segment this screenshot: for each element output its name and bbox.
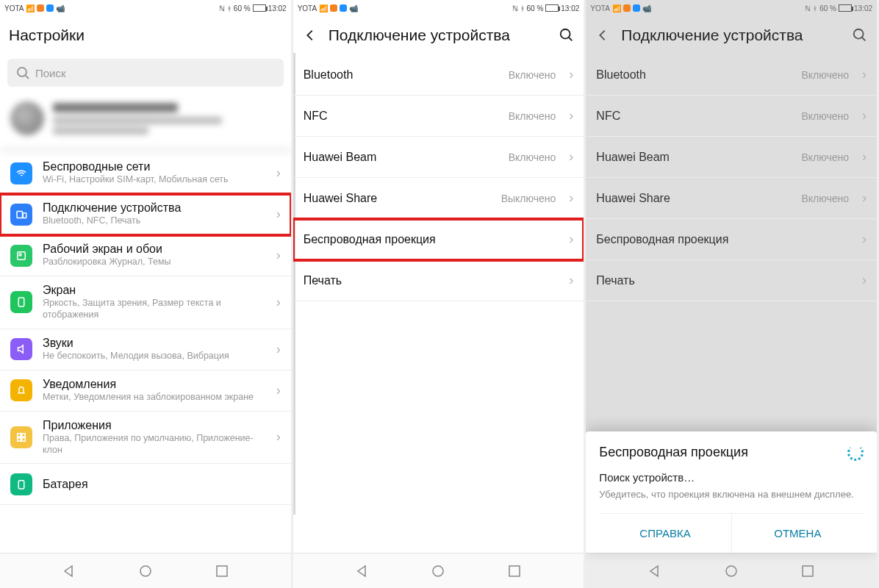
profile-row[interactable] xyxy=(0,94,291,153)
row-apps[interactable]: ПриложенияПрава, Приложения по умолчанию… xyxy=(0,412,291,465)
page-title: Подключение устройства xyxy=(621,26,842,44)
svg-rect-10 xyxy=(22,438,26,442)
item-sub: Метки, Уведомления на заблокированном эк… xyxy=(43,391,266,403)
page-title: Настройки xyxy=(9,26,282,44)
svg-rect-6 xyxy=(18,298,24,306)
row-print[interactable]: Печать › xyxy=(293,260,584,301)
item-label: Huawei Beam xyxy=(304,151,498,164)
item-sub: Bluetooth, NFC, Печать xyxy=(43,215,266,226)
clock: 13:02 xyxy=(268,4,287,12)
row-huawei-share[interactable]: Huawei Share Включено › xyxy=(586,178,877,219)
clock: 13:02 xyxy=(561,4,579,12)
row-nfc[interactable]: NFC Включено › xyxy=(293,96,584,137)
row-huawei-share[interactable]: Huawei Share Выключено › xyxy=(293,178,584,219)
item-sub: Разблокировка Журнал, Темы xyxy=(43,256,266,268)
row-huawei-beam[interactable]: Huawei Beam Включено › xyxy=(586,137,877,178)
devices-icon xyxy=(10,204,32,226)
status-bar: YOTA 📶 📹 ℕ ᚼ 60 % 13:02 xyxy=(293,0,584,16)
nav-back[interactable] xyxy=(355,564,370,578)
row-bluetooth[interactable]: Bluetooth Включено › xyxy=(293,54,584,96)
row-notifications[interactable]: УведомленияМетки, Уведомления на заблоки… xyxy=(0,370,291,412)
back-icon[interactable] xyxy=(302,27,318,43)
help-button[interactable]: СПРАВКА xyxy=(599,514,731,553)
row-wireless[interactable]: Беспроводные сетиWi-Fi, Настройки SIM-ка… xyxy=(0,153,291,194)
profile-text xyxy=(53,103,222,135)
row-battery[interactable]: Батарея xyxy=(0,464,291,505)
nav-home[interactable] xyxy=(138,564,153,578)
nav-home[interactable] xyxy=(724,564,739,578)
signal-icon: 📶 xyxy=(319,4,328,12)
row-sounds[interactable]: ЗвукиНе беспокоить, Мелодия вызова, Вибр… xyxy=(0,329,291,370)
row-wireless-projection[interactable]: Беспроводная проекция › xyxy=(293,219,584,260)
svg-point-0 xyxy=(18,68,26,76)
battery-icon xyxy=(545,4,559,12)
item-label: Батарея xyxy=(43,478,281,491)
svg-line-1 xyxy=(26,76,29,79)
item-label: Bluetooth xyxy=(596,68,791,82)
item-label: Уведомления xyxy=(43,378,266,391)
popup-actions: СПРАВКА ОТМЕНА xyxy=(599,513,864,553)
nav-back[interactable] xyxy=(62,564,76,578)
nav-bar xyxy=(0,553,291,588)
row-huawei-beam[interactable]: Huawei Beam Включено › xyxy=(293,137,584,178)
wireless-projection-popup: Беспроводная проекция Поиск устройств… У… xyxy=(586,431,877,553)
search-icon[interactable] xyxy=(559,27,575,43)
chevron-right-icon: › xyxy=(569,273,573,288)
svg-rect-7 xyxy=(18,434,21,437)
nav-recent[interactable] xyxy=(215,564,229,578)
screen-device-connection-popup: YOTA 📶 📹 ℕ ᚼ 60 % 13:02 Подключение устр… xyxy=(586,0,879,588)
item-label: NFC xyxy=(596,110,791,123)
row-device-connection[interactable]: Подключение устройстваBluetooth, NFC, Пе… xyxy=(0,194,291,235)
apps-icon xyxy=(10,426,32,448)
svg-point-20 xyxy=(726,566,736,576)
chevron-right-icon: › xyxy=(862,149,867,165)
row-nfc[interactable]: NFC Включено › xyxy=(586,96,877,137)
search-input[interactable]: Поиск xyxy=(7,59,284,87)
svg-rect-2 xyxy=(17,211,23,218)
top-bar: Настройки xyxy=(0,16,291,54)
battery-label: 60 % xyxy=(819,4,836,12)
item-status: Включено xyxy=(801,151,849,163)
item-label: Беспроводная проекция xyxy=(596,233,852,246)
status-pill-2 xyxy=(633,4,640,12)
wallpaper-icon xyxy=(10,245,32,267)
cancel-button[interactable]: ОТМЕНА xyxy=(732,514,864,553)
carrier-label: YOTA xyxy=(298,4,317,12)
nav-recent[interactable] xyxy=(800,564,815,578)
avatar xyxy=(10,101,44,135)
svg-point-16 xyxy=(433,566,443,576)
row-display[interactable]: ЭкранЯркость, Защита зрения, Размер текс… xyxy=(0,276,291,329)
svg-rect-21 xyxy=(803,566,813,576)
nav-back[interactable] xyxy=(647,564,662,578)
item-label: Беспроводные сети xyxy=(43,160,266,173)
chevron-right-icon: › xyxy=(569,67,573,82)
signal-icon: 📶 xyxy=(612,4,621,12)
battery-icon xyxy=(839,4,852,12)
item-label: Huawei Share xyxy=(596,192,791,205)
row-home-wallpaper[interactable]: Рабочий экран и обоиРазблокировка Журнал… xyxy=(0,235,291,276)
item-status: Включено xyxy=(801,193,849,204)
chevron-right-icon: › xyxy=(569,190,573,206)
nav-recent[interactable] xyxy=(507,564,522,578)
bluetooth-icon: ᚼ xyxy=(227,4,232,12)
back-icon[interactable] xyxy=(595,27,611,43)
svg-point-18 xyxy=(854,29,864,39)
row-wireless-projection[interactable]: Беспроводная проекция › xyxy=(586,219,877,260)
item-label: Звуки xyxy=(43,337,266,350)
chevron-right-icon: › xyxy=(276,295,281,310)
svg-line-19 xyxy=(862,37,866,41)
status-pill-1 xyxy=(330,4,337,12)
item-status: Включено xyxy=(801,69,849,81)
chevron-right-icon: › xyxy=(276,429,281,445)
status-bar: YOTA 📶 📹 ℕ ᚼ 60 % 13:02 xyxy=(0,0,291,16)
display-icon xyxy=(10,291,32,313)
item-label: Huawei Beam xyxy=(596,151,791,164)
search-icon[interactable] xyxy=(852,27,868,43)
row-bluetooth[interactable]: Bluetooth Включено › xyxy=(586,54,877,96)
nav-home[interactable] xyxy=(431,564,445,578)
screen-device-connection: YOTA 📶 📹 ℕ ᚼ 60 % 13:02 Подключение устр… xyxy=(293,0,586,588)
row-print[interactable]: Печать › xyxy=(586,260,877,301)
chevron-right-icon: › xyxy=(276,383,281,398)
spinner-icon xyxy=(847,445,864,461)
popup-searching: Поиск устройств… xyxy=(599,471,864,484)
